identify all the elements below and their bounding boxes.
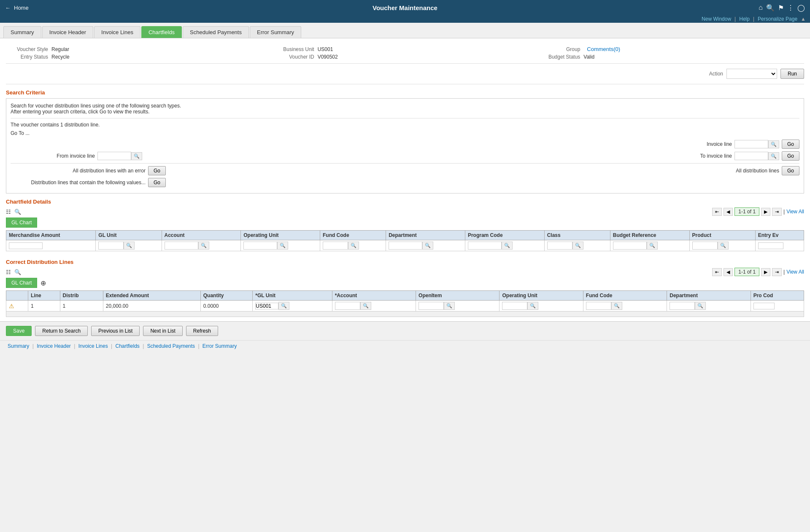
expand-icon[interactable]: ⊕: [40, 279, 46, 287]
row-fund-code-search[interactable]: 🔍: [611, 302, 622, 310]
home-nav[interactable]: ← Home: [5, 5, 56, 11]
chartfield-view-all[interactable]: View All: [786, 209, 804, 215]
cf-entryev-input[interactable]: [758, 242, 783, 249]
home-label[interactable]: Home: [14, 5, 29, 11]
menu-icon[interactable]: ⋮: [787, 4, 794, 12]
new-window-link[interactable]: New Window: [702, 16, 731, 22]
row-pro-code-input[interactable]: [753, 303, 775, 309]
bottom-link-chartfields[interactable]: Chartfields: [116, 343, 140, 349]
scroll-up-icon[interactable]: ▲: [801, 16, 806, 22]
row-fund-code-input[interactable]: [586, 302, 611, 310]
cf-progcode-search[interactable]: 🔍: [502, 242, 513, 250]
row-open-item-search[interactable]: 🔍: [444, 302, 455, 310]
cf-merch-input[interactable]: [9, 242, 43, 249]
cf-opunit-input[interactable]: [243, 242, 277, 250]
personalize-link[interactable]: Personalize Page: [758, 16, 797, 22]
all-dist-error-go-btn[interactable]: Go: [148, 166, 166, 175]
previous-in-list-button[interactable]: Previous in List: [91, 326, 140, 336]
row-line: 1: [28, 301, 60, 312]
row-op-unit-search[interactable]: 🔍: [527, 302, 538, 310]
cf-fundcode-search[interactable]: 🔍: [348, 242, 359, 250]
chartfield-grid-icon[interactable]: ☷: [6, 209, 11, 215]
invoice-line-search-btn[interactable]: 🔍: [768, 140, 779, 148]
correct-dist-first-btn[interactable]: ⇤: [712, 268, 722, 276]
cf-product-input[interactable]: [692, 242, 718, 250]
chartfield-search-icon[interactable]: 🔍: [14, 209, 21, 215]
to-invoice-search-btn[interactable]: 🔍: [768, 152, 779, 160]
cf-budgetref-search[interactable]: 🔍: [647, 242, 658, 250]
tab-invoice-lines[interactable]: Invoice Lines: [94, 26, 140, 38]
top-bar: ← Home Voucher Maintenance ⌂ 🔍 ⚑ ⋮ ◯: [0, 0, 810, 15]
row-account-input[interactable]: [335, 302, 360, 310]
cf-class-search[interactable]: 🔍: [572, 242, 583, 250]
bottom-link-scheduled-payments[interactable]: Scheduled Payments: [147, 343, 195, 349]
return-to-search-button[interactable]: Return to Search: [35, 326, 88, 336]
tab-error-summary[interactable]: Error Summary: [250, 26, 301, 38]
invoice-line-input[interactable]: [734, 140, 768, 148]
correct-dist-next-btn[interactable]: ▶: [761, 268, 770, 276]
cf-account-search[interactable]: 🔍: [198, 242, 209, 250]
bottom-link-invoice-lines[interactable]: Invoice Lines: [78, 343, 108, 349]
flag-icon[interactable]: ⚑: [778, 4, 784, 12]
col-program-code: Program Code: [465, 231, 544, 240]
correct-dist-last-btn[interactable]: ⇥: [772, 268, 782, 276]
cf-budgetref-input[interactable]: [613, 242, 647, 250]
row-op-unit-input[interactable]: [502, 302, 527, 310]
tab-scheduled-payments[interactable]: Scheduled Payments: [183, 26, 249, 38]
row-gl-unit-input[interactable]: [255, 303, 278, 309]
cf-product-search[interactable]: 🔍: [718, 242, 729, 250]
chartfield-last-btn[interactable]: ⇥: [772, 208, 782, 216]
row-dept-input[interactable]: [670, 302, 695, 310]
search-icon[interactable]: 🔍: [766, 4, 775, 12]
home-icon[interactable]: ⌂: [759, 4, 763, 11]
row-open-item-input[interactable]: [418, 302, 444, 310]
cf-glunit-input[interactable]: [98, 242, 124, 250]
business-unit-label: Business Unit: [272, 46, 314, 52]
tab-chartfields[interactable]: Chartfields: [141, 26, 182, 38]
chartfield-gl-chart-btn[interactable]: GL Chart: [6, 218, 37, 228]
cf-dept-input[interactable]: [389, 242, 422, 250]
dist-values-label: Distribution lines that contain the foll…: [11, 180, 146, 185]
to-invoice-input[interactable]: [734, 152, 768, 160]
chartfield-table: Merchandise Amount GL Unit Account Opera…: [6, 230, 804, 251]
cf-progcode-input[interactable]: [468, 242, 502, 250]
bottom-link-error-summary[interactable]: Error Summary: [202, 343, 237, 349]
correct-dist-gl-chart-btn[interactable]: GL Chart: [6, 278, 37, 288]
from-invoice-search-btn[interactable]: 🔍: [131, 152, 142, 160]
cf-class-input[interactable]: [547, 242, 572, 250]
to-invoice-go-btn[interactable]: Go: [782, 151, 799, 161]
circle-icon[interactable]: ◯: [797, 4, 805, 12]
col-distrib: Distrib: [60, 291, 103, 301]
help-link[interactable]: Help: [739, 16, 750, 22]
chartfield-next-btn[interactable]: ▶: [761, 208, 770, 216]
save-button[interactable]: Save: [6, 326, 32, 336]
correct-dist-search-icon[interactable]: 🔍: [14, 269, 21, 275]
action-select[interactable]: [726, 69, 777, 79]
correct-dist-grid-icon[interactable]: ☷: [6, 269, 11, 275]
correct-dist-prev-btn[interactable]: ◀: [724, 268, 733, 276]
cf-opunit-search[interactable]: 🔍: [277, 242, 288, 250]
bottom-link-summary[interactable]: Summary: [8, 343, 29, 349]
cf-account-input[interactable]: [165, 242, 198, 250]
run-button[interactable]: Run: [780, 69, 804, 79]
row-dept-search[interactable]: 🔍: [695, 302, 706, 310]
cf-dept-search[interactable]: 🔍: [422, 242, 433, 250]
refresh-button[interactable]: Refresh: [186, 326, 218, 336]
all-dist-lines-go-btn[interactable]: Go: [782, 166, 799, 175]
comments-link[interactable]: Comments(0): [587, 46, 620, 52]
invoice-line-go-btn[interactable]: Go: [782, 140, 799, 149]
row-account-search[interactable]: 🔍: [360, 302, 371, 310]
group-row: Group Comments(0): [538, 46, 804, 52]
correct-dist-view-all[interactable]: View All: [786, 269, 804, 275]
tab-invoice-header[interactable]: Invoice Header: [42, 26, 93, 38]
tab-summary[interactable]: Summary: [3, 26, 41, 38]
chartfield-first-btn[interactable]: ⇤: [712, 208, 722, 216]
next-in-list-button[interactable]: Next in List: [143, 326, 182, 336]
cf-fundcode-input[interactable]: [323, 242, 348, 250]
bottom-link-invoice-header[interactable]: Invoice Header: [37, 343, 71, 349]
chartfield-prev-btn[interactable]: ◀: [724, 208, 733, 216]
row-gl-unit-search[interactable]: 🔍: [278, 302, 289, 310]
from-invoice-input[interactable]: [97, 152, 131, 160]
cf-glunit-search[interactable]: 🔍: [124, 242, 135, 250]
dist-values-go-btn[interactable]: Go: [148, 178, 166, 187]
